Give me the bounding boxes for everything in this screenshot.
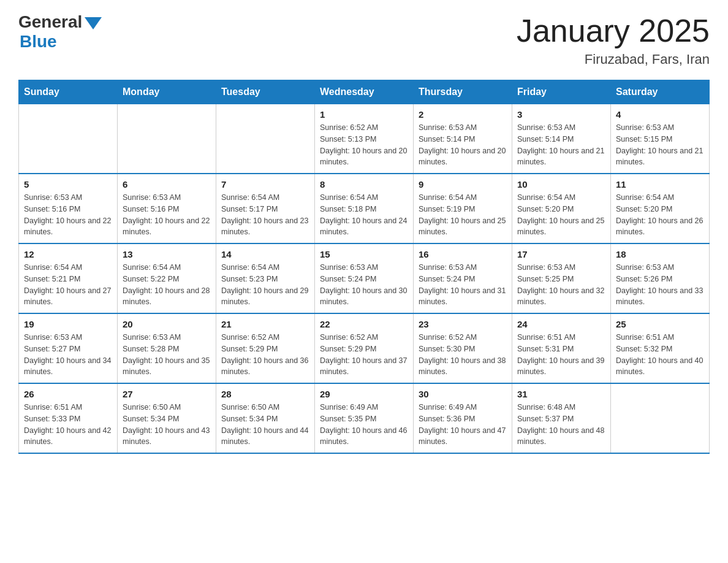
day-info: Sunrise: 6:53 AM Sunset: 5:14 PM Dayligh… <box>517 122 605 168</box>
day-info: Sunrise: 6:54 AM Sunset: 5:19 PM Dayligh… <box>419 192 507 238</box>
calendar-cell: 11Sunrise: 6:54 AM Sunset: 5:20 PM Dayli… <box>611 174 710 243</box>
day-info: Sunrise: 6:48 AM Sunset: 5:37 PM Dayligh… <box>517 402 605 448</box>
day-number: 18 <box>616 249 704 259</box>
day-info: Sunrise: 6:53 AM Sunset: 5:16 PM Dayligh… <box>24 192 112 238</box>
day-info: Sunrise: 6:49 AM Sunset: 5:36 PM Dayligh… <box>419 402 507 448</box>
logo: General Blue <box>18 12 102 52</box>
calendar-cell: 13Sunrise: 6:54 AM Sunset: 5:22 PM Dayli… <box>118 243 216 313</box>
month-title: January 2025 <box>517 12 710 49</box>
day-number: 29 <box>320 389 408 399</box>
day-number: 9 <box>419 179 507 190</box>
day-number: 19 <box>24 319 112 329</box>
day-number: 15 <box>320 249 408 259</box>
day-info: Sunrise: 6:53 AM Sunset: 5:16 PM Dayligh… <box>123 192 211 238</box>
calendar-cell: 8Sunrise: 6:54 AM Sunset: 5:18 PM Daylig… <box>315 174 414 243</box>
calendar-cell: 29Sunrise: 6:49 AM Sunset: 5:35 PM Dayli… <box>315 383 414 453</box>
calendar-cell <box>118 104 216 174</box>
calendar-cell: 6Sunrise: 6:53 AM Sunset: 5:16 PM Daylig… <box>118 174 216 243</box>
day-info: Sunrise: 6:52 AM Sunset: 5:13 PM Dayligh… <box>320 122 408 168</box>
calendar-week-row: 19Sunrise: 6:53 AM Sunset: 5:27 PM Dayli… <box>19 313 710 383</box>
weekday-header: Tuesday <box>216 80 315 104</box>
day-info: Sunrise: 6:53 AM Sunset: 5:14 PM Dayligh… <box>419 122 507 168</box>
calendar-cell: 17Sunrise: 6:53 AM Sunset: 5:25 PM Dayli… <box>512 243 611 313</box>
day-number: 30 <box>419 389 507 399</box>
day-info: Sunrise: 6:52 AM Sunset: 5:29 PM Dayligh… <box>320 332 408 378</box>
day-number: 8 <box>320 179 408 190</box>
day-number: 13 <box>123 249 211 259</box>
day-number: 22 <box>320 319 408 329</box>
weekday-header: Thursday <box>414 80 512 104</box>
day-info: Sunrise: 6:53 AM Sunset: 5:15 PM Dayligh… <box>616 122 704 168</box>
day-number: 17 <box>517 249 605 259</box>
weekday-header: Sunday <box>19 80 118 104</box>
calendar-cell: 31Sunrise: 6:48 AM Sunset: 5:37 PM Dayli… <box>512 383 611 453</box>
calendar-cell: 14Sunrise: 6:54 AM Sunset: 5:23 PM Dayli… <box>216 243 315 313</box>
calendar-cell: 20Sunrise: 6:53 AM Sunset: 5:28 PM Dayli… <box>118 313 216 383</box>
calendar-week-row: 5Sunrise: 6:53 AM Sunset: 5:16 PM Daylig… <box>19 174 710 243</box>
day-info: Sunrise: 6:51 AM Sunset: 5:33 PM Dayligh… <box>24 402 112 448</box>
day-number: 28 <box>221 389 309 399</box>
day-number: 27 <box>123 389 211 399</box>
logo-arrow-icon <box>85 17 102 29</box>
calendar-cell: 7Sunrise: 6:54 AM Sunset: 5:17 PM Daylig… <box>216 174 315 243</box>
calendar-cell: 22Sunrise: 6:52 AM Sunset: 5:29 PM Dayli… <box>315 313 414 383</box>
day-info: Sunrise: 6:53 AM Sunset: 5:25 PM Dayligh… <box>517 262 605 308</box>
day-number: 31 <box>517 389 605 399</box>
calendar-cell: 12Sunrise: 6:54 AM Sunset: 5:21 PM Dayli… <box>19 243 118 313</box>
logo-general-text: General <box>18 12 82 32</box>
calendar-cell: 9Sunrise: 6:54 AM Sunset: 5:19 PM Daylig… <box>414 174 512 243</box>
calendar-cell: 2Sunrise: 6:53 AM Sunset: 5:14 PM Daylig… <box>414 104 512 174</box>
day-number: 24 <box>517 319 605 329</box>
day-info: Sunrise: 6:53 AM Sunset: 5:26 PM Dayligh… <box>616 262 704 308</box>
calendar-cell: 25Sunrise: 6:51 AM Sunset: 5:32 PM Dayli… <box>611 313 710 383</box>
day-info: Sunrise: 6:52 AM Sunset: 5:30 PM Dayligh… <box>419 332 507 378</box>
calendar-cell: 27Sunrise: 6:50 AM Sunset: 5:34 PM Dayli… <box>118 383 216 453</box>
calendar-table: SundayMondayTuesdayWednesdayThursdayFrid… <box>18 80 710 454</box>
day-info: Sunrise: 6:49 AM Sunset: 5:35 PM Dayligh… <box>320 402 408 448</box>
calendar-cell: 5Sunrise: 6:53 AM Sunset: 5:16 PM Daylig… <box>19 174 118 243</box>
day-number: 12 <box>24 249 112 259</box>
calendar-cell: 21Sunrise: 6:52 AM Sunset: 5:29 PM Dayli… <box>216 313 315 383</box>
weekday-header: Saturday <box>611 80 710 104</box>
calendar-cell <box>611 383 710 453</box>
day-info: Sunrise: 6:51 AM Sunset: 5:32 PM Dayligh… <box>616 332 704 378</box>
day-info: Sunrise: 6:54 AM Sunset: 5:23 PM Dayligh… <box>221 262 309 308</box>
calendar-cell: 28Sunrise: 6:50 AM Sunset: 5:34 PM Dayli… <box>216 383 315 453</box>
day-number: 23 <box>419 319 507 329</box>
day-info: Sunrise: 6:53 AM Sunset: 5:24 PM Dayligh… <box>320 262 408 308</box>
day-number: 6 <box>123 179 211 190</box>
day-info: Sunrise: 6:53 AM Sunset: 5:24 PM Dayligh… <box>419 262 507 308</box>
day-info: Sunrise: 6:54 AM Sunset: 5:20 PM Dayligh… <box>616 192 704 238</box>
calendar-cell: 23Sunrise: 6:52 AM Sunset: 5:30 PM Dayli… <box>414 313 512 383</box>
calendar-cell: 24Sunrise: 6:51 AM Sunset: 5:31 PM Dayli… <box>512 313 611 383</box>
calendar-cell <box>216 104 315 174</box>
day-number: 1 <box>320 109 408 120</box>
title-block: January 2025 Firuzabad, Fars, Iran <box>517 12 710 67</box>
day-info: Sunrise: 6:54 AM Sunset: 5:22 PM Dayligh… <box>123 262 211 308</box>
day-info: Sunrise: 6:52 AM Sunset: 5:29 PM Dayligh… <box>221 332 309 378</box>
calendar-cell <box>19 104 118 174</box>
day-number: 21 <box>221 319 309 329</box>
weekday-header: Wednesday <box>315 80 414 104</box>
day-info: Sunrise: 6:50 AM Sunset: 5:34 PM Dayligh… <box>221 402 309 448</box>
calendar-cell: 1Sunrise: 6:52 AM Sunset: 5:13 PM Daylig… <box>315 104 414 174</box>
calendar-cell: 18Sunrise: 6:53 AM Sunset: 5:26 PM Dayli… <box>611 243 710 313</box>
day-info: Sunrise: 6:54 AM Sunset: 5:21 PM Dayligh… <box>24 262 112 308</box>
calendar-week-row: 12Sunrise: 6:54 AM Sunset: 5:21 PM Dayli… <box>19 243 710 313</box>
calendar-week-row: 26Sunrise: 6:51 AM Sunset: 5:33 PM Dayli… <box>19 383 710 453</box>
day-number: 4 <box>616 109 704 120</box>
day-info: Sunrise: 6:54 AM Sunset: 5:20 PM Dayligh… <box>517 192 605 238</box>
day-info: Sunrise: 6:50 AM Sunset: 5:34 PM Dayligh… <box>123 402 211 448</box>
day-info: Sunrise: 6:53 AM Sunset: 5:27 PM Dayligh… <box>24 332 112 378</box>
calendar-cell: 3Sunrise: 6:53 AM Sunset: 5:14 PM Daylig… <box>512 104 611 174</box>
calendar-cell: 4Sunrise: 6:53 AM Sunset: 5:15 PM Daylig… <box>611 104 710 174</box>
day-number: 10 <box>517 179 605 190</box>
logo-blue-text: Blue <box>20 32 57 52</box>
day-number: 7 <box>221 179 309 190</box>
weekday-header: Friday <box>512 80 611 104</box>
calendar-cell: 30Sunrise: 6:49 AM Sunset: 5:36 PM Dayli… <box>414 383 512 453</box>
day-number: 14 <box>221 249 309 259</box>
weekday-header: Monday <box>118 80 216 104</box>
page-header: General Blue January 2025 Firuzabad, Far… <box>18 12 710 67</box>
day-info: Sunrise: 6:54 AM Sunset: 5:18 PM Dayligh… <box>320 192 408 238</box>
